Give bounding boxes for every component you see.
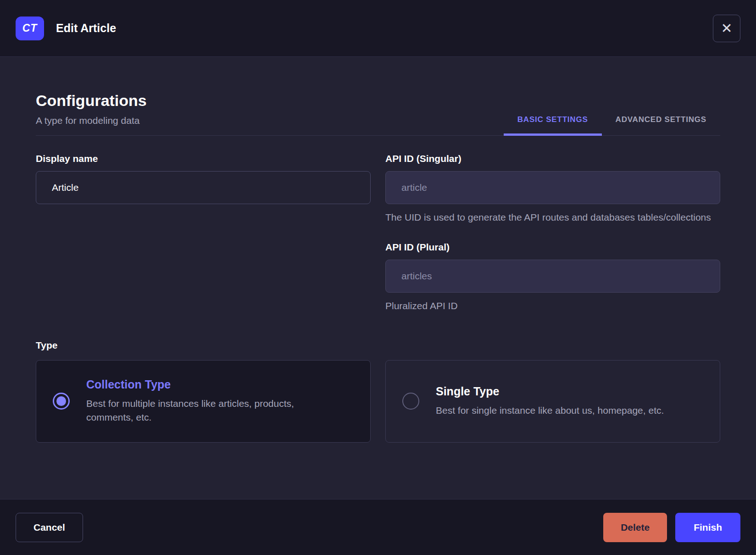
modal-footer: Cancel Delete Finish [0, 499, 756, 555]
option-collection-type[interactable]: Collection Type Best for multiple instan… [36, 360, 371, 443]
api-id-plural-input [385, 260, 720, 293]
content-type-badge-icon: CT [16, 17, 44, 40]
api-id-plural-group: API ID (Plural) Pluralized API ID [385, 242, 720, 313]
collection-type-text: Collection Type Best for multiple instan… [86, 378, 343, 425]
single-type-text: Single Type Best for single instance lik… [436, 385, 664, 417]
option-single-type[interactable]: Single Type Best for single instance lik… [385, 360, 720, 443]
configurations-header: Configurations A type for modeling data … [36, 92, 720, 136]
close-icon: ✕ [721, 22, 732, 35]
page-title: Configurations [36, 92, 147, 110]
fields-grid: Display name API ID (Singular) The UID i… [36, 153, 720, 313]
api-id-singular-input [385, 171, 720, 204]
api-id-plural-helper: Pluralized API ID [385, 299, 720, 313]
single-type-description: Best for single instance like about us, … [436, 404, 664, 417]
modal-title: Edit Article [56, 22, 116, 35]
tab-advanced-settings[interactable]: ADVANCED SETTINGS [602, 115, 720, 135]
api-id-column: API ID (Singular) The UID is used to gen… [385, 153, 720, 313]
edit-content-type-modal: CT Edit Article ✕ Configurations A type … [0, 0, 756, 555]
settings-tabs: BASIC SETTINGS ADVANCED SETTINGS [504, 115, 720, 135]
display-name-group: Display name [36, 153, 371, 204]
finish-button[interactable]: Finish [675, 513, 740, 542]
radio-selected-icon[interactable] [53, 393, 70, 410]
api-id-singular-helper: The UID is used to generate the API rout… [385, 211, 720, 224]
api-id-singular-label: API ID (Singular) [385, 153, 720, 164]
type-options: Collection Type Best for multiple instan… [36, 360, 720, 443]
delete-button[interactable]: Delete [603, 513, 667, 542]
display-name-input[interactable] [36, 171, 371, 204]
page-subtitle: A type for modeling data [36, 115, 147, 135]
modal-header: CT Edit Article ✕ [0, 0, 756, 57]
api-id-plural-label: API ID (Plural) [385, 242, 720, 253]
collection-type-description: Best for multiple instances like article… [86, 397, 343, 425]
cancel-button[interactable]: Cancel [16, 513, 83, 542]
collection-type-title: Collection Type [86, 378, 343, 391]
api-id-singular-group: API ID (Singular) The UID is used to gen… [385, 153, 720, 224]
configurations-title-block: Configurations A type for modeling data [36, 92, 147, 135]
modal-content: Configurations A type for modeling data … [0, 57, 756, 499]
display-name-label: Display name [36, 153, 371, 164]
type-section-label: Type [36, 340, 720, 351]
tab-basic-settings[interactable]: BASIC SETTINGS [504, 115, 602, 135]
radio-unselected-icon[interactable] [402, 393, 419, 410]
single-type-title: Single Type [436, 385, 664, 398]
close-button[interactable]: ✕ [713, 15, 740, 42]
